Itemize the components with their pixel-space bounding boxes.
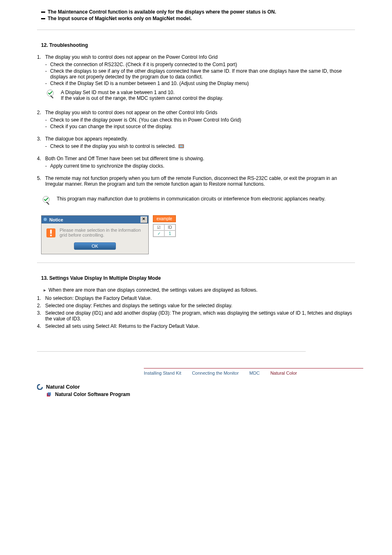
item-text: Selected one display: Fetches and displa… — [45, 303, 355, 309]
settings-item-4: 4. Selected all sets using Select All: R… — [37, 323, 355, 329]
item-number: 4. — [37, 156, 45, 161]
item-number: 3. — [37, 136, 45, 142]
bullet-dash-icon — [41, 12, 45, 13]
sub-item: -Check to see if the display power is ON… — [45, 117, 355, 123]
check-pencil-icon — [45, 89, 58, 101]
sub-item: -Apply current time to synchronize the d… — [45, 163, 355, 169]
display-select-icon — [178, 144, 184, 149]
sub-text: Check if the Display Set ID is a number … — [50, 81, 355, 86]
item-number: 1. — [37, 295, 45, 301]
tab-bar: Installing Stand Kit Connecting the Moni… — [144, 368, 355, 378]
table-header-cell: ID — [164, 224, 175, 230]
tab-natural-color[interactable]: Natural Color — [270, 371, 297, 375]
sub-text-inner: Check to see if the display you wish to … — [50, 143, 176, 149]
note-text: A Display Set ID must be a value between… — [61, 89, 355, 101]
troubleshoot-item-5: 5. The remote may not function properly … — [37, 175, 355, 187]
sub-item: -Check if the Display Set ID is a number… — [45, 81, 355, 86]
sub-text: Check if you can change the input source… — [50, 124, 355, 129]
dialog-body: Please make selection in the information… — [42, 223, 148, 254]
note-maintenance: The Maintenance Control function is avai… — [37, 9, 355, 15]
svg-point-11 — [37, 385, 42, 389]
tab-installing[interactable]: Installing Stand Kit — [144, 371, 181, 375]
item-text: No selection: Displays the Factory Defau… — [45, 295, 355, 301]
item-text: The dialogue box appears repeatedly. — [45, 136, 355, 142]
table-cell: 1 — [164, 230, 175, 237]
arrow-icon: ▸ — [44, 287, 48, 293]
item-number: 4. — [37, 323, 45, 329]
table-cell: ✓ — [153, 230, 164, 237]
troubleshoot-item-1: 1. The display you wish to control does … — [37, 54, 355, 60]
example-label: example — [153, 215, 176, 222]
item-text: The display you wish to control does not… — [45, 54, 355, 60]
sub-text: Apply current time to synchronize the di… — [50, 163, 355, 169]
warning-icon — [46, 228, 56, 238]
table-header-cell: ☑ — [153, 224, 164, 230]
natural-color-icon — [37, 384, 43, 390]
note-row: A Display Set ID must be a value between… — [37, 89, 355, 101]
item-text: The remote may not function properly whe… — [45, 175, 355, 187]
program-malfunction-note: This program may malfunction due to prob… — [37, 195, 355, 208]
item-number: 2. — [37, 110, 45, 115]
item-number: 3. — [37, 310, 45, 322]
note-text: The Input source of MagicNet works only … — [48, 16, 192, 21]
intro-text: When there are more than one displays co… — [48, 287, 258, 293]
sub-item: -Check the connection of RS232C. (Check … — [45, 62, 355, 67]
sub-item: - Check to see if the display you wish t… — [45, 143, 355, 149]
dialog-message-text: Please make selection in the information… — [60, 228, 144, 237]
example-box: example ☑ ID ✓ 1 — [153, 215, 176, 237]
item-text: Both On Timer and Off Timer have been se… — [45, 156, 355, 161]
dialog-titlebar: Notice ✕ — [42, 216, 148, 223]
sub-item: -Check if you can change the input sourc… — [45, 124, 355, 129]
tab-mdc[interactable]: MDC — [249, 371, 260, 375]
intro-arrow-line: ▸ When there are more than one displays … — [44, 287, 355, 293]
svg-rect-3 — [180, 145, 183, 147]
example-table: ☑ ID ✓ 1 — [153, 224, 176, 237]
settings-item-1: 1. No selection: Displays the Factory De… — [37, 295, 355, 301]
item-text: The display you wish to control does not… — [45, 110, 355, 115]
sub-text: Check to see if the display power is ON.… — [50, 117, 355, 123]
dialog-message: Please make selection in the information… — [46, 228, 144, 238]
bullet-dash-icon — [41, 18, 45, 19]
natural-color-heading-text: Natural Color — [46, 384, 80, 390]
note-text: This program may malfunction due to prob… — [57, 195, 355, 202]
sub-text: Check to see if the display you wish to … — [50, 143, 355, 149]
section-12-title: 12. Troubleshooting — [41, 42, 355, 48]
item-number: 5. — [37, 175, 45, 187]
sub-item: -Check the displays to see if any of the… — [45, 68, 355, 80]
svg-rect-10 — [50, 235, 52, 236]
settings-item-3: 3. Selected one display (ID1) and add an… — [37, 310, 355, 322]
dialog-app-icon — [43, 217, 48, 223]
sub-text: Check the displays to see if any of the … — [50, 68, 355, 80]
settings-item-2: 2. Selected one display: Fetches and dis… — [37, 303, 355, 309]
divider — [37, 30, 355, 30]
sub-text: Check the connection of RS232C. (Check i… — [50, 62, 355, 67]
troubleshoot-item-2: 2. The display you wish to control does … — [37, 110, 355, 115]
item-text: Selected one display (ID1) and add anoth… — [45, 310, 355, 322]
ok-button[interactable]: OK — [74, 242, 116, 250]
svg-point-7 — [44, 218, 47, 221]
item-number: 1. — [37, 54, 45, 60]
note-text: The Maintenance Control function is avai… — [48, 9, 276, 15]
notice-dialog: Notice ✕ Please make selection in the in… — [41, 215, 149, 254]
svg-rect-13 — [48, 392, 51, 396]
natural-color-sub: Natural Color Software Program — [46, 391, 355, 397]
tab-connecting[interactable]: Connecting the Monitor — [192, 371, 239, 375]
section-13-title: 13. Settings Value Display In Multiple D… — [41, 275, 355, 281]
svg-rect-9 — [50, 230, 52, 234]
cube-icon — [46, 391, 52, 397]
note-input-source: The Input source of MagicNet works only … — [37, 16, 355, 21]
divider — [37, 351, 306, 352]
item-number: 2. — [37, 303, 45, 309]
divider — [37, 263, 355, 263]
item-text: Selected all sets using Select All: Retu… — [45, 323, 355, 329]
close-icon[interactable]: ✕ — [141, 216, 147, 223]
natural-color-sub-text: Natural Color Software Program — [55, 391, 130, 397]
troubleshoot-item-3: 3. The dialogue box appears repeatedly. — [37, 136, 355, 142]
dialog-example-area: Notice ✕ Please make selection in the in… — [41, 215, 355, 254]
troubleshoot-item-4: 4. Both On Timer and Off Timer have been… — [37, 156, 355, 161]
dialog-title-text: Notice — [49, 217, 63, 222]
check-pencil-icon — [41, 195, 53, 208]
natural-color-heading: Natural Color — [37, 384, 355, 390]
